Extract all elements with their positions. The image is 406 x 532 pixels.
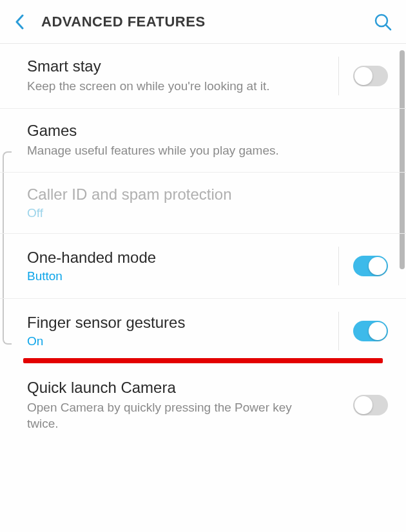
row-desc: Keep the screen on while you're looking … [27, 78, 325, 95]
toggle-knob [369, 257, 387, 275]
row-title: Finger sensor gestures [27, 314, 325, 332]
row-finger-sensor[interactable]: Finger sensor gestures On [0, 299, 406, 358]
finger-sensor-toggle[interactable] [353, 321, 388, 341]
row-games[interactable]: Games Manage useful features while you p… [0, 109, 406, 173]
row-title: One-handed mode [27, 249, 325, 267]
row-status: Off [27, 206, 375, 220]
row-text: Finger sensor gestures On [27, 314, 338, 348]
toggle-wrap [338, 57, 388, 95]
row-status: Button [27, 269, 325, 283]
chevron-left-icon [15, 14, 24, 30]
quick-camera-toggle[interactable] [353, 395, 388, 415]
search-icon [374, 13, 392, 31]
toggle-wrap [338, 247, 388, 285]
row-quick-launch-camera[interactable]: Quick launch Camera Open Camera by quick… [0, 366, 406, 445]
row-caller-id[interactable]: Caller ID and spam protection Off [0, 173, 406, 234]
toggle-wrap [339, 386, 388, 424]
row-status: On [27, 334, 325, 348]
row-one-handed-mode[interactable]: One-handed mode Button [0, 234, 406, 299]
toggle-wrap [338, 312, 388, 350]
row-desc: Manage useful features while you play ga… [27, 142, 375, 159]
back-button[interactable] [10, 13, 28, 31]
row-text: Quick launch Camera Open Camera by quick… [27, 379, 339, 432]
row-smart-stay[interactable]: Smart stay Keep the screen on while you'… [0, 44, 406, 109]
row-text: Caller ID and spam protection Off [27, 185, 388, 220]
toggle-knob [369, 322, 387, 340]
toggle-knob [354, 67, 372, 85]
header: ADVANCED FEATURES [0, 0, 406, 44]
search-button[interactable] [372, 12, 393, 32]
row-title: Smart stay [27, 57, 325, 75]
toggle-knob [354, 396, 372, 414]
row-desc: Open Camera by quickly pressing the Powe… [27, 399, 326, 432]
smart-stay-toggle[interactable] [353, 66, 388, 86]
row-title: Caller ID and spam protection [27, 185, 375, 204]
svg-line-1 [386, 25, 391, 30]
row-text: Games Manage useful features while you p… [27, 122, 388, 159]
row-text: Smart stay Keep the screen on while you'… [27, 57, 338, 95]
highlight-underline [23, 358, 383, 363]
row-title: Games [27, 122, 375, 140]
page-title: ADVANCED FEATURES [41, 14, 372, 30]
row-text: One-handed mode Button [27, 249, 338, 283]
row-title: Quick launch Camera [27, 379, 326, 397]
settings-list: Smart stay Keep the screen on while you'… [0, 44, 406, 445]
one-handed-toggle[interactable] [353, 256, 388, 276]
